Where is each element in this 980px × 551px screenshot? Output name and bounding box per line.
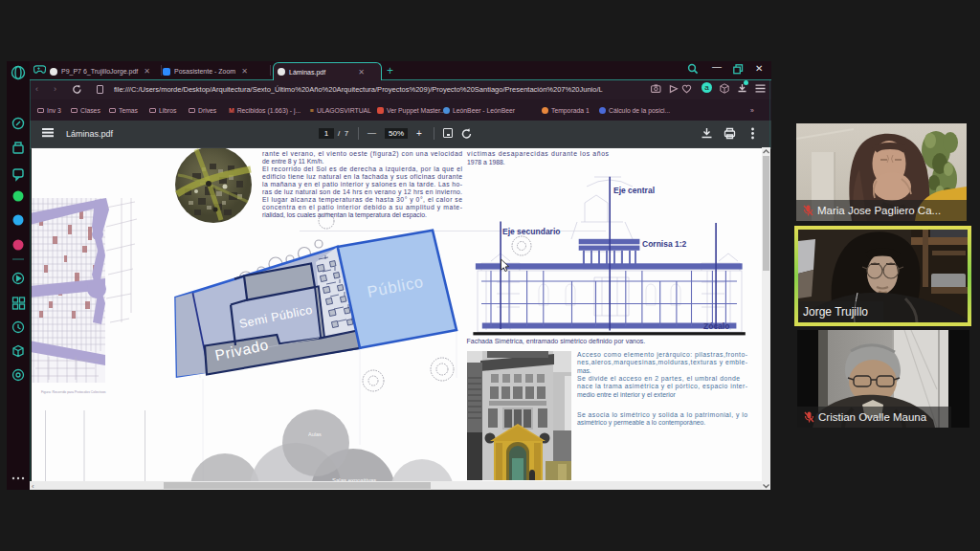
svg-text:rante el verano, el viento oes: rante el verano, el viento oeste (figura… bbox=[262, 150, 462, 158]
svg-text:medio entre el interior y el e: medio entre el interior y el exterior bbox=[577, 391, 676, 399]
svg-text:nace la trama asimétrica y el: nace la trama asimétrica y el pórtico, e… bbox=[577, 383, 747, 390]
svg-text:mas.: mas. bbox=[577, 367, 591, 374]
svg-text:Figura: Recorrido para Protoco: Figura: Recorrido para Protocolos Colect… bbox=[41, 390, 106, 394]
svg-text:1978 a 1988.: 1978 a 1988. bbox=[467, 159, 505, 165]
svg-text:El lugar alcanza temperaturas: El lugar alcanza temperaturas de hasta 3… bbox=[262, 196, 462, 204]
svg-text:Se asocia lo simétrico y solid: Se asocia lo simétrico y solida a lo pat… bbox=[577, 411, 747, 419]
svg-text:Cornisa 1:2: Cornisa 1:2 bbox=[642, 239, 687, 249]
svg-text:Fachada Simétrica, entramado s: Fachada Simétrica, entramado simétrico d… bbox=[467, 338, 646, 345]
svg-text:de entre 8 y 11 Km/h.: de entre 8 y 11 Km/h. bbox=[262, 158, 324, 165]
svg-text:Acceso como elemento jerárquic: Acceso como elemento jerárquico: pilastr… bbox=[577, 351, 747, 359]
svg-text:asimétrico y permeable a lo co: asimétrico y permeable a lo contemporáne… bbox=[577, 419, 705, 427]
svg-text:rialidad, los cuales aumentan: rialidad, los cuales aumentan la tempera… bbox=[262, 211, 427, 219]
svg-text:concentra en el patio interior: concentra en el patio interior debido a … bbox=[262, 204, 462, 211]
svg-text:víctimas desaparecidas durante: víctimas desaparecidas durante los años bbox=[467, 150, 610, 158]
svg-text:El recorrido del Sol es de der: El recorrido del Sol es de derecha a izq… bbox=[262, 165, 462, 173]
svg-text:Aulas: Aulas bbox=[308, 431, 322, 437]
svg-text:Eje secundario: Eje secundario bbox=[502, 227, 560, 236]
svg-text:Eje central: Eje central bbox=[613, 186, 655, 195]
svg-text:ras de luz natural son de 14 h: ras de luz natural son de 14 hrs en vera… bbox=[262, 188, 462, 196]
svg-text:edificio tiene luz natural en: edificio tiene luz natural en la fachada… bbox=[262, 173, 462, 181]
svg-text:nes,aleros,marquesinas,moldura: nes,aleros,marquesinas,molduras,texturas… bbox=[577, 359, 747, 366]
svg-text:Se divide el acceso en 2 parte: Se divide el acceso en 2 partes, el umbr… bbox=[577, 375, 740, 383]
svg-text:Zócalo: Zócalo bbox=[703, 321, 729, 331]
svg-text:la mañana y en el patio interi: la mañana y en el patio interior y salon… bbox=[262, 181, 462, 188]
